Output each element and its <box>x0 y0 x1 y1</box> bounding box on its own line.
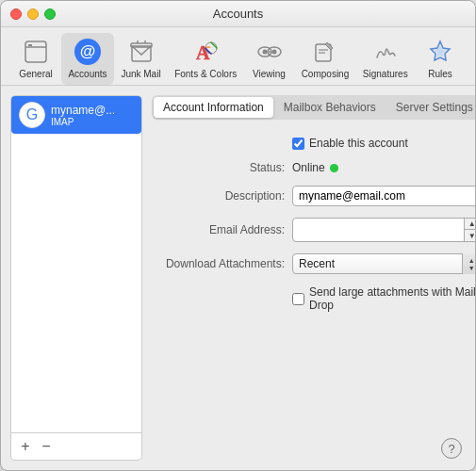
svg-rect-3 <box>131 43 152 47</box>
rules-icon <box>425 37 455 67</box>
email-input[interactable] <box>293 219 464 241</box>
email-row: Email Address: ▲ ▼ <box>156 218 475 242</box>
viewing-icon <box>254 37 284 67</box>
traffic-lights <box>10 8 56 20</box>
sidebar-footer: + − <box>11 432 141 460</box>
junk-mail-icon <box>126 37 156 67</box>
composing-label: Composing <box>302 69 350 79</box>
rules-label: Rules <box>428 69 452 79</box>
svg-point-12 <box>272 50 277 55</box>
window: Accounts General @ Accounts <box>0 0 476 471</box>
toolbar-accounts[interactable]: @ Accounts <box>61 33 114 85</box>
description-label: Description: <box>156 189 292 203</box>
window-title: Accounts <box>213 7 263 21</box>
email-stepper-container: ▲ ▼ <box>292 218 475 242</box>
tab-mailbox-behaviors[interactable]: Mailbox Behaviors <box>274 97 386 118</box>
toolbar-general[interactable]: General <box>10 33 61 85</box>
general-icon <box>21 37 51 67</box>
email-stepper-up[interactable]: ▲ <box>465 219 475 230</box>
toolbar-signatures[interactable]: Signatures <box>356 33 415 85</box>
enable-label[interactable]: Enable this account <box>309 137 408 150</box>
fonts-colors-label: Fonts & Colors <box>174 69 237 79</box>
svg-rect-2 <box>28 44 32 46</box>
description-input[interactable] <box>292 186 475 206</box>
email-stepper: ▲ ▼ <box>464 219 475 241</box>
avatar: G <box>19 102 45 128</box>
maximize-button[interactable] <box>44 8 56 20</box>
mail-drop-checkbox[interactable] <box>292 293 304 305</box>
download-label: Download Attachments: <box>156 257 292 270</box>
tab-account-info[interactable]: Account Information <box>154 97 273 118</box>
download-select-container: Recent All None ▲ ▼ <box>292 253 475 274</box>
svg-point-10 <box>263 50 268 55</box>
email-control: ▲ ▼ <box>292 218 475 242</box>
composing-icon <box>310 37 340 67</box>
toolbar-rules[interactable]: Rules <box>415 33 466 85</box>
remove-account-button[interactable]: − <box>36 436 57 457</box>
enable-checkbox[interactable] <box>292 138 304 150</box>
account-name: myname@... <box>51 104 115 117</box>
form-area: Enable this account Status: Online Descr… <box>152 129 475 461</box>
accounts-icon: @ <box>73 37 103 67</box>
account-list: G myname@... IMAP <box>11 96 141 432</box>
tab-bar: Account Information Mailbox Behaviors Se… <box>152 95 475 120</box>
add-account-button[interactable]: + <box>15 436 36 457</box>
email-label: Email Address: <box>156 223 292 236</box>
status-value: Online <box>292 161 475 174</box>
account-info: myname@... IMAP <box>51 104 115 127</box>
signatures-label: Signatures <box>363 69 408 79</box>
tab-server-settings[interactable]: Server Settings <box>386 97 475 118</box>
mail-drop-label[interactable]: Send large attachments with Mail Drop <box>309 285 475 312</box>
toolbar-viewing[interactable]: Viewing <box>243 33 294 85</box>
status-text: Online <box>292 161 325 174</box>
toolbar-fonts-colors[interactable]: A A Fonts & Colors <box>168 33 243 85</box>
close-button[interactable] <box>10 8 22 20</box>
help-button[interactable]: ? <box>441 438 462 459</box>
email-stepper-down[interactable]: ▼ <box>465 230 475 241</box>
description-control <box>292 186 475 206</box>
toolbar: General @ Accounts Ju <box>1 27 475 86</box>
sidebar: G myname@... IMAP + − <box>10 95 142 461</box>
account-type: IMAP <box>51 117 115 127</box>
status-label: Status: <box>156 161 292 174</box>
main-content: G myname@... IMAP + − Account Informa <box>1 86 475 470</box>
fonts-colors-icon: A A <box>190 37 221 67</box>
toolbar-composing[interactable]: Composing <box>294 33 355 85</box>
status-row: Status: Online <box>156 161 475 174</box>
signatures-icon <box>370 37 401 67</box>
viewing-label: Viewing <box>253 69 286 79</box>
enable-row: Enable this account <box>156 137 475 150</box>
detail-panel: Account Information Mailbox Behaviors Se… <box>152 95 475 461</box>
junk-mail-label: Junk Mail <box>121 69 160 79</box>
download-row: Download Attachments: Recent All None ▲ <box>156 253 475 274</box>
window-body: General @ Accounts Ju <box>1 27 475 470</box>
titlebar: Accounts <box>1 1 475 27</box>
download-control: Recent All None ▲ ▼ <box>292 253 475 274</box>
mail-drop-row: Send large attachments with Mail Drop <box>156 285 475 312</box>
minimize-button[interactable] <box>27 8 39 20</box>
general-label: General <box>19 69 53 79</box>
download-select[interactable]: Recent All None <box>292 253 475 274</box>
status-online-dot <box>330 164 338 172</box>
description-row: Description: <box>156 186 475 206</box>
account-item[interactable]: G myname@... IMAP <box>11 96 141 134</box>
accounts-label: Accounts <box>68 69 107 79</box>
toolbar-junk-mail[interactable]: Junk Mail <box>114 33 168 85</box>
